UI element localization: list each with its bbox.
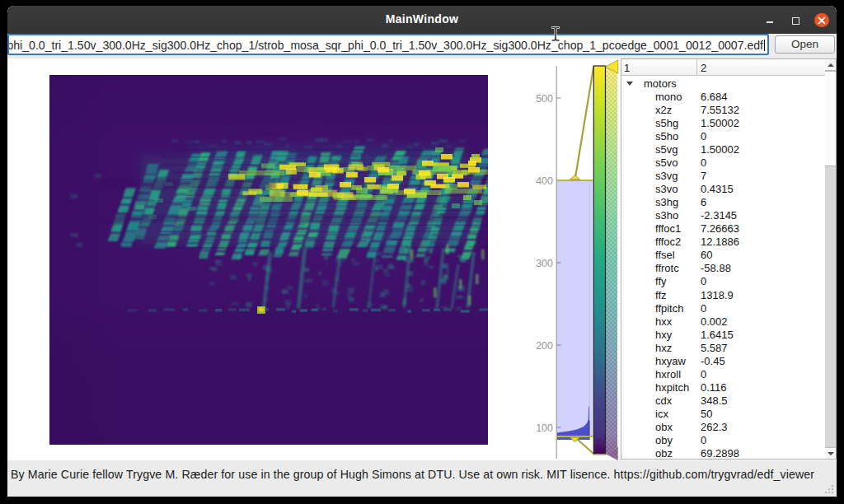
svg-text:500: 500 bbox=[536, 93, 553, 105]
svg-text:400: 400 bbox=[536, 175, 553, 187]
svg-text:100: 100 bbox=[536, 422, 553, 434]
svg-text:300: 300 bbox=[536, 258, 553, 269]
svg-text:200: 200 bbox=[536, 340, 553, 352]
